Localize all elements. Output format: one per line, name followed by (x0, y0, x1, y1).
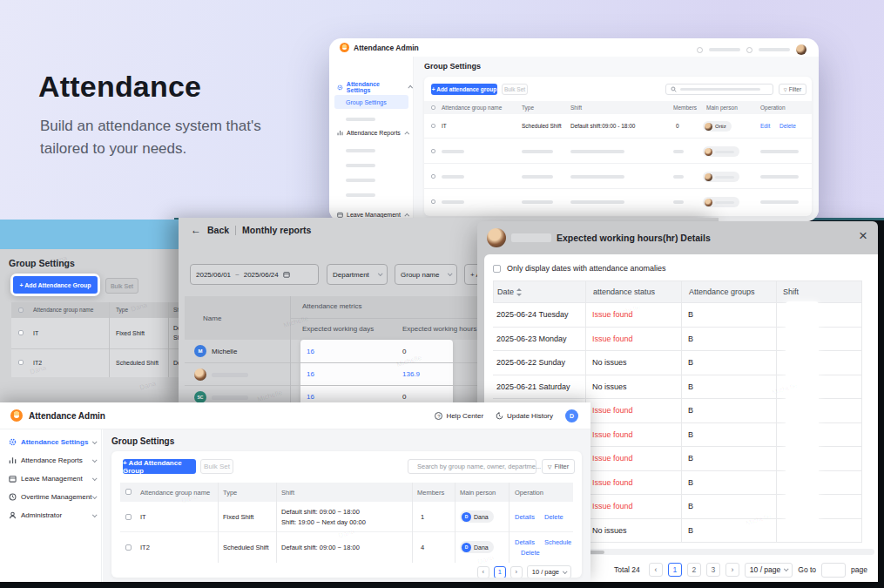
table-row[interactable]: IT Scheduled Shift Default shift:09:00 -… (424, 114, 812, 139)
main-person-chip (703, 146, 739, 157)
app-title: Attendance Admin (354, 44, 419, 52)
sidebar-item-attendance-settings[interactable]: Attendance Settings (337, 81, 413, 93)
page-size-select[interactable]: 10 / page (527, 565, 571, 578)
schedule-link[interactable]: Schedule (544, 538, 571, 546)
page-1-button[interactable]: 1 (494, 566, 506, 578)
filter-button[interactable]: ▽Filter (779, 84, 806, 95)
add-attendance-group-button[interactable]: + Add Attendance Group (123, 459, 196, 474)
row-checkbox[interactable] (431, 199, 435, 204)
delete-link[interactable]: Delete (521, 549, 540, 557)
chart-icon (9, 456, 17, 464)
delete-link[interactable]: Delete (544, 513, 563, 521)
prev-page-button[interactable]: ‹ (649, 563, 663, 577)
help-center-link[interactable]: ?Help Center (435, 412, 483, 420)
row-checkbox[interactable] (18, 330, 24, 335)
search-input[interactable] (665, 84, 773, 95)
sort-icon[interactable] (516, 288, 522, 296)
next-page-button[interactable]: › (510, 566, 523, 578)
details-link[interactable]: Details (515, 538, 535, 546)
select-all-checkbox[interactable] (125, 489, 132, 495)
page-size-select[interactable]: 10 / page (745, 563, 793, 578)
select-all-checkbox[interactable] (431, 105, 435, 110)
redacted-name (212, 395, 248, 400)
update-history-link[interactable]: Update History (496, 412, 553, 420)
sidebar-item-administrator[interactable]: Administrator (9, 511, 96, 519)
department-dropdown[interactable]: Department (327, 264, 388, 285)
edit-link[interactable]: Edit (760, 123, 770, 129)
reports-title: Monthly reports (242, 225, 311, 235)
checkbox[interactable] (493, 265, 501, 273)
skeleton-bar (346, 118, 375, 121)
delete-link[interactable]: Delete (779, 123, 796, 129)
bulk-set-button[interactable]: Bulk Set (502, 84, 528, 95)
admin-sidebar: Attendance Settings Attendance Reports L… (0, 429, 102, 582)
next-page-button[interactable]: › (725, 563, 739, 577)
gear-icon (9, 438, 17, 446)
days-value[interactable]: 16 (307, 348, 314, 355)
group-table: Attendance group name Type Shift Members… (120, 483, 573, 563)
row-checkbox[interactable] (125, 544, 132, 551)
row-checkbox[interactable] (431, 149, 435, 153)
table-row[interactable]: IT2 Scheduled Shift Default shift: 09:00… (11, 349, 185, 377)
back-label[interactable]: Back (207, 225, 229, 235)
left-group-settings-panel: Group Settings + Add Attendance Group Bu… (0, 220, 185, 402)
sidebar-item-overtime-management[interactable]: Overtime Management (9, 493, 96, 501)
panel-title: Group Settings (9, 258, 75, 268)
clock-icon (9, 493, 17, 501)
admin-window: Attendance Admin ?Help Center Update His… (0, 402, 590, 582)
page-1-button[interactable]: 1 (668, 563, 682, 577)
app-logo-icon (10, 409, 23, 422)
days-value[interactable]: 16 (307, 393, 314, 401)
page-3-button[interactable]: 3 (706, 563, 720, 577)
row-checkbox[interactable] (431, 124, 435, 128)
bulk-set-button[interactable]: Bulk Set (200, 459, 233, 474)
group-name-dropdown[interactable]: Group name (395, 264, 457, 285)
row-checkbox[interactable] (125, 514, 132, 520)
redacted-name (212, 373, 248, 377)
add-attendance-group-button[interactable]: + Add attendance group (431, 84, 497, 95)
goto-page-input[interactable] (821, 563, 846, 578)
days-value[interactable]: 16 (307, 370, 314, 378)
sidebar-item-group-settings[interactable]: Group Settings (334, 95, 408, 109)
sidebar-item-attendance-settings[interactable]: Attendance Settings (9, 438, 96, 446)
date-range-picker[interactable]: 2025/06/01 ~ 2025/06/24 (190, 264, 319, 285)
avatar (705, 123, 712, 131)
chevron-up-icon (404, 131, 409, 136)
avatar (705, 173, 712, 181)
user-avatar[interactable] (796, 44, 806, 55)
bulk-set-button[interactable]: Bulk Set (105, 278, 138, 294)
filter-button[interactable]: ▽Filter (542, 459, 575, 474)
divider (235, 226, 236, 235)
sky-header-bar (0, 220, 185, 249)
chevron-down-icon (92, 512, 98, 517)
sidebar-item-attendance-reports[interactable]: Attendance Reports (337, 130, 409, 136)
chevron-down-icon (784, 566, 789, 571)
prev-page-button[interactable]: ‹ (477, 566, 489, 578)
add-attendance-group-button[interactable]: + Add Attendance Group (13, 276, 98, 294)
sidebar-item-attendance-reports[interactable]: Attendance Reports (9, 456, 96, 464)
back-arrow-icon[interactable]: ← (191, 224, 201, 236)
page-2-button[interactable]: 2 (687, 563, 701, 577)
chevron-up-icon (408, 85, 414, 91)
details-link[interactable]: Details (515, 513, 535, 521)
table-row[interactable]: IT2 Scheduled Shift Default shift: 09:00… (120, 532, 573, 563)
search-input[interactable]: Search by group name, owner, departme... (408, 459, 536, 474)
hours-value[interactable]: 136.9 (402, 370, 420, 378)
user-avatar[interactable]: D (565, 409, 578, 422)
skeleton-bar (346, 179, 375, 182)
calendar-icon (337, 212, 343, 218)
skeleton-bar (709, 48, 740, 51)
sidebar-item-leave-management[interactable]: Leave Management (337, 212, 409, 218)
avatar: M (194, 345, 206, 357)
row-checkbox[interactable] (431, 174, 435, 179)
skeleton-bar (346, 164, 375, 167)
select-all-checkbox[interactable] (18, 308, 24, 313)
close-icon[interactable]: × (859, 227, 867, 245)
chevron-down-icon (378, 271, 383, 276)
row-checkbox[interactable] (18, 360, 24, 365)
search-icon (671, 86, 677, 92)
sidebar-item-leave-management[interactable]: Leave Management (9, 475, 96, 483)
table-row[interactable]: IT Fixed Shift Default shift: 09:00 ~ 18… (11, 318, 185, 349)
anomalies-checkbox-row[interactable]: Only display dates with attendance anoma… (493, 264, 666, 273)
table-row[interactable]: IT Fixed Shift Default shift: 09:00 ~ 18… (120, 502, 573, 532)
